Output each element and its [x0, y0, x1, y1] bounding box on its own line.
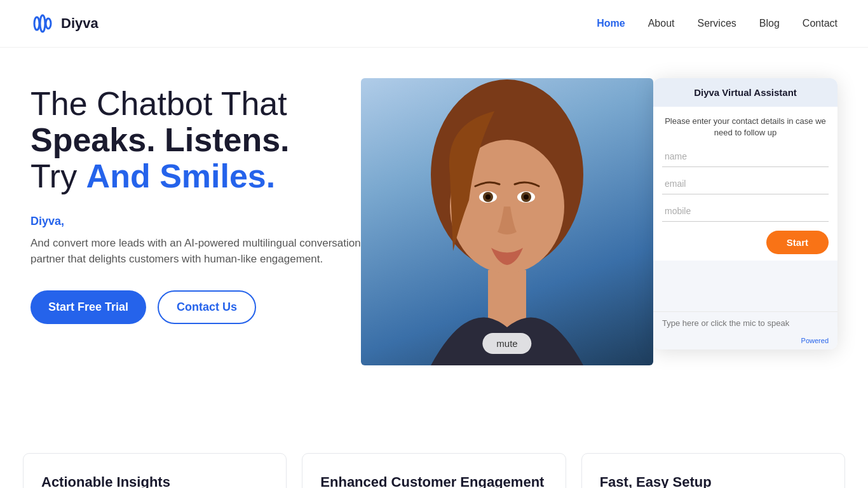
mute-button[interactable]: mute	[482, 333, 531, 354]
svg-point-0	[34, 17, 39, 30]
svg-point-2	[46, 18, 51, 29]
chat-powered-label: Powered	[653, 334, 837, 349]
chat-mobile-input[interactable]	[662, 201, 829, 222]
logo-text: Diyva	[61, 15, 98, 32]
chat-widget-body	[653, 261, 837, 311]
hero-image: mute	[361, 78, 653, 365]
feature-card-setup: Fast, Easy Setup No technical expertise …	[581, 453, 845, 488]
svg-point-1	[40, 15, 45, 32]
nav-blog[interactable]: Blog	[759, 18, 780, 29]
chat-name-input[interactable]	[662, 146, 829, 167]
feature-card-insights: Actionable Insights Stay ahead of the co…	[23, 453, 287, 488]
chat-type-input[interactable]	[662, 318, 829, 328]
feature-insights-title: Actionable Insights	[41, 474, 268, 488]
hero-section: The Chatbot That Speaks. Listens. Try An…	[0, 48, 868, 423]
chat-widget-form: Please enter your contact details in cas…	[653, 107, 837, 261]
nav-home[interactable]: Home	[597, 18, 625, 29]
svg-point-11	[524, 194, 529, 200]
feature-setup-title: Fast, Easy Setup	[600, 474, 827, 488]
hero-subtext: Diyva, And convert more leads with an AI…	[31, 213, 361, 268]
contact-us-button[interactable]: Contact Us	[158, 290, 256, 324]
chat-email-input[interactable]	[662, 173, 829, 194]
chat-input-row	[653, 311, 837, 334]
nav-services[interactable]: Services	[697, 18, 736, 29]
nav-contact[interactable]: Contact	[803, 18, 837, 29]
avatar-svg	[405, 78, 609, 365]
chat-form-desc: Please enter your contact details in cas…	[662, 116, 829, 139]
feature-engagement-title: Enhanced Customer Engagement	[320, 474, 547, 488]
chat-widget-header: Diyva Virtual Assistant	[653, 78, 837, 107]
logo[interactable]: Diyva	[31, 11, 98, 36]
start-free-trial-button[interactable]: Start Free Trial	[31, 290, 146, 324]
svg-point-8	[485, 194, 491, 200]
hero-visual: mute Diyva Virtual Assistant Please ente…	[361, 78, 837, 365]
feature-card-engagement: Enhanced Customer Engagement Make happie…	[302, 453, 566, 488]
navbar: Diyva Home About Services Blog Contact	[0, 0, 868, 48]
avatar-bg	[361, 78, 653, 365]
chat-widget: Diyva Virtual Assistant Please enter you…	[653, 78, 837, 349]
features-section: Actionable Insights Stay ahead of the co…	[0, 453, 868, 488]
hero-headline: The Chatbot That Speaks. Listens. Try An…	[31, 86, 361, 195]
chat-start-button[interactable]: Start	[766, 231, 829, 254]
nav-links: Home About Services Blog Contact	[597, 18, 837, 29]
svg-rect-4	[488, 270, 526, 327]
hero-buttons: Start Free Trial Contact Us	[31, 290, 361, 324]
hero-text: The Chatbot That Speaks. Listens. Try An…	[31, 78, 361, 324]
nav-about[interactable]: About	[648, 18, 675, 29]
logo-icon	[31, 11, 55, 36]
